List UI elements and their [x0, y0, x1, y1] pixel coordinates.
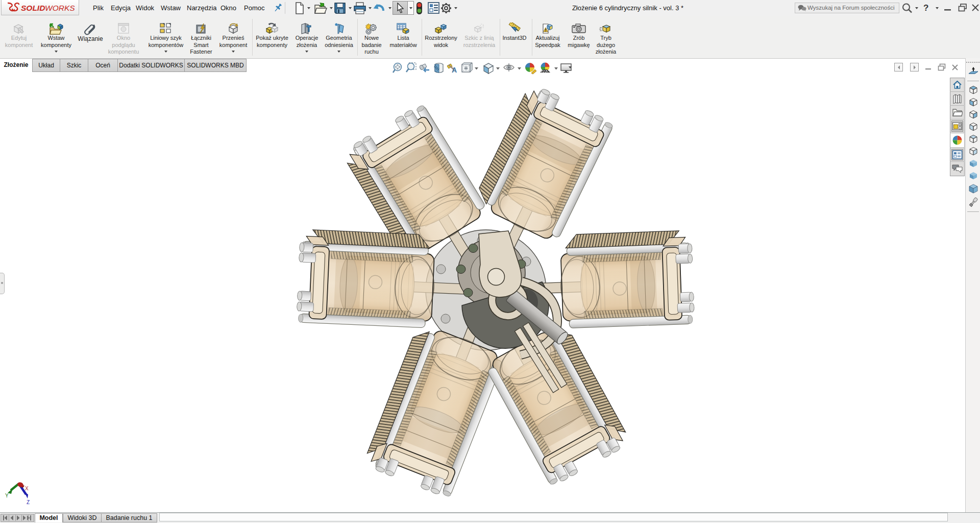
svg-text:A: A — [452, 66, 457, 74]
svg-text:Z: Z — [27, 500, 30, 505]
svg-text:WORKS: WORKS — [45, 4, 75, 12]
svg-text:SOLID: SOLID — [21, 4, 45, 12]
svg-text:Y: Y — [5, 493, 9, 498]
svg-text:X: X — [25, 486, 29, 491]
